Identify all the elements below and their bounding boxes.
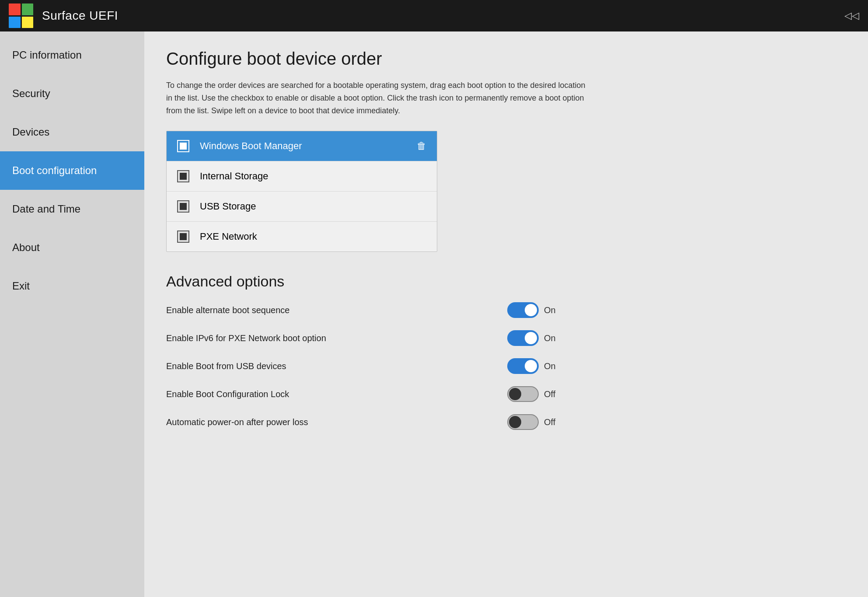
- toggle-status-auto-power-on: Off: [544, 417, 560, 427]
- logo-red: [9, 3, 21, 15]
- main-layout: PC information Security Devices Boot con…: [0, 31, 868, 597]
- toggle-label-alternate-boot: Enable alternate boot sequence: [166, 305, 507, 315]
- toggle-knob-auto-power-on: [509, 416, 521, 428]
- boot-item-usb-storage[interactable]: USB Storage: [167, 192, 437, 222]
- toggle-alternate-boot[interactable]: [507, 302, 539, 318]
- toggle-wrapper-boot-config-lock: Off: [507, 386, 560, 402]
- microsoft-logo: [9, 3, 33, 28]
- boot-item-pxe-network[interactable]: PXE Network: [167, 222, 437, 251]
- logo-blue: [9, 17, 21, 28]
- sidebar-item-date-and-time[interactable]: Date and Time: [0, 190, 144, 228]
- toggle-status-ipv6-pxe: On: [544, 333, 560, 343]
- sidebar-item-exit[interactable]: Exit: [0, 267, 144, 305]
- toggle-row-auto-power-on: Automatic power-on after power loss Off: [166, 414, 560, 430]
- boot-order-list: Windows Boot Manager 🗑 Internal Storage …: [166, 131, 437, 252]
- toggle-row-boot-usb: Enable Boot from USB devices On: [166, 358, 560, 374]
- toggle-ipv6-pxe[interactable]: [507, 330, 539, 346]
- toggle-label-boot-usb: Enable Boot from USB devices: [166, 361, 507, 371]
- page-description: To change the order devices are searched…: [166, 79, 586, 117]
- toggle-wrapper-ipv6-pxe: On: [507, 330, 560, 346]
- boot-checkbox-pxe-network[interactable]: [177, 230, 189, 243]
- toggle-knob-boot-config-lock: [509, 388, 521, 400]
- logo-green: [22, 3, 34, 15]
- toggle-status-boot-usb: On: [544, 361, 560, 371]
- boot-label-internal-storage: Internal Storage: [200, 171, 426, 182]
- checkbox-inner: [180, 173, 187, 180]
- toggle-wrapper-auto-power-on: Off: [507, 414, 560, 430]
- checkbox-inner: [180, 233, 187, 240]
- toggle-row-boot-config-lock: Enable Boot Configuration Lock Off: [166, 386, 560, 402]
- toggle-status-boot-config-lock: Off: [544, 389, 560, 399]
- toggle-row-alternate-boot: Enable alternate boot sequence On: [166, 302, 560, 318]
- boot-checkbox-windows-boot-manager[interactable]: [177, 140, 189, 152]
- volume-icon[interactable]: ◁◁: [844, 10, 859, 21]
- toggle-label-ipv6-pxe: Enable IPv6 for PXE Network boot option: [166, 333, 507, 343]
- sidebar-item-devices[interactable]: Devices: [0, 113, 144, 151]
- toggle-status-alternate-boot: On: [544, 305, 560, 315]
- toggle-knob-boot-usb: [525, 360, 537, 372]
- toggle-wrapper-alternate-boot: On: [507, 302, 560, 318]
- sidebar: PC information Security Devices Boot con…: [0, 31, 144, 597]
- logo-yellow: [22, 17, 34, 28]
- toggle-row-ipv6-pxe: Enable IPv6 for PXE Network boot option …: [166, 330, 560, 346]
- boot-label-usb-storage: USB Storage: [200, 201, 426, 212]
- app-title: Surface UEFI: [42, 9, 118, 23]
- toggle-wrapper-boot-usb: On: [507, 358, 560, 374]
- toggle-knob-alternate-boot: [525, 304, 537, 316]
- checkbox-inner: [180, 203, 187, 210]
- boot-checkbox-internal-storage[interactable]: [177, 170, 189, 182]
- page-title: Configure boot device order: [166, 49, 846, 69]
- boot-checkbox-usb-storage[interactable]: [177, 200, 189, 213]
- advanced-options-title: Advanced options: [166, 273, 846, 290]
- sidebar-item-boot-configuration[interactable]: Boot configuration: [0, 151, 144, 190]
- trash-icon-windows-boot-manager[interactable]: 🗑: [417, 140, 426, 152]
- toggle-boot-config-lock[interactable]: [507, 386, 539, 402]
- toggle-label-auto-power-on: Automatic power-on after power loss: [166, 417, 507, 427]
- sidebar-item-security[interactable]: Security: [0, 74, 144, 113]
- header: Surface UEFI ◁◁: [0, 0, 868, 31]
- boot-label-pxe-network: PXE Network: [200, 231, 426, 242]
- boot-label-windows-boot-manager: Windows Boot Manager: [200, 140, 411, 152]
- boot-item-internal-storage[interactable]: Internal Storage: [167, 161, 437, 192]
- content-area: Configure boot device order To change th…: [144, 31, 868, 597]
- toggle-knob-ipv6-pxe: [525, 332, 537, 344]
- sidebar-item-pc-information[interactable]: PC information: [0, 36, 144, 74]
- sidebar-item-about[interactable]: About: [0, 228, 144, 267]
- toggle-label-boot-config-lock: Enable Boot Configuration Lock: [166, 389, 507, 399]
- boot-item-windows-boot-manager[interactable]: Windows Boot Manager 🗑: [167, 131, 437, 161]
- toggle-auto-power-on[interactable]: [507, 414, 539, 430]
- checkbox-inner: [180, 143, 187, 150]
- toggle-boot-usb[interactable]: [507, 358, 539, 374]
